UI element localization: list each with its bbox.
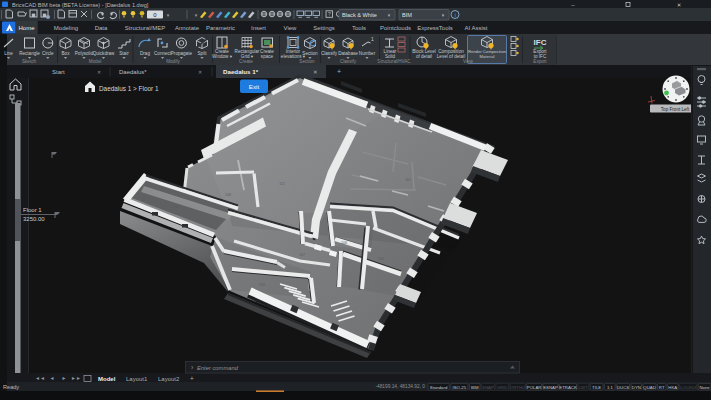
svg-text:✕: ✕ bbox=[97, 69, 101, 75]
svg-text:-48199.14, 48134.92, 0: -48199.14, 48134.92, 0 bbox=[375, 384, 425, 389]
svg-text:Tools: Tools bbox=[352, 25, 366, 31]
svg-text:ORTHO: ORTHO bbox=[510, 385, 526, 390]
svg-text:LWT: LWT bbox=[579, 385, 588, 390]
svg-text:Circle: Circle bbox=[42, 51, 54, 56]
svg-text:Line: Line bbox=[4, 51, 13, 56]
svg-text:106: 106 bbox=[341, 241, 347, 245]
svg-text:111: 111 bbox=[279, 182, 284, 186]
svg-text:?: ? bbox=[328, 11, 331, 17]
svg-text:HKA: HKA bbox=[668, 385, 677, 390]
svg-text:Export: Export bbox=[533, 59, 547, 64]
svg-text:3250.00: 3250.00 bbox=[23, 216, 45, 222]
svg-text:Data: Data bbox=[95, 25, 108, 31]
svg-text:✕: ✕ bbox=[677, 2, 682, 8]
svg-text:BIM: BIM bbox=[402, 12, 412, 18]
svg-text:View: View bbox=[284, 25, 298, 31]
svg-text:✕: ✕ bbox=[198, 69, 202, 75]
svg-text:POLAR: POLAR bbox=[527, 385, 542, 390]
svg-text:Classify: Classify bbox=[340, 59, 357, 64]
svg-text:Quickdraw: Quickdraw bbox=[93, 51, 115, 56]
svg-text:space: space bbox=[261, 54, 274, 59]
svg-text:of detail: of detail bbox=[416, 54, 432, 59]
svg-text:Parametric: Parametric bbox=[206, 25, 235, 31]
svg-text:Start: Start bbox=[52, 69, 65, 75]
svg-text:SNAP: SNAP bbox=[482, 385, 494, 390]
svg-text:Connect: Connect bbox=[154, 51, 172, 56]
svg-text:GRID: GRID bbox=[497, 385, 508, 390]
svg-text:Daedalus*: Daedalus* bbox=[119, 69, 147, 75]
svg-text:DUCS: DUCS bbox=[617, 385, 629, 390]
svg-text:Model: Model bbox=[98, 376, 116, 382]
svg-text:Window ▾: Window ▾ bbox=[212, 54, 233, 59]
svg-text:Ready: Ready bbox=[3, 384, 19, 390]
svg-text:►: ► bbox=[62, 375, 67, 381]
svg-text:Exit: Exit bbox=[249, 83, 260, 90]
svg-text:AI Assist: AI Assist bbox=[464, 25, 487, 31]
svg-text:Daedalus 1*: Daedalus 1* bbox=[223, 68, 259, 75]
svg-text:Classify: Classify bbox=[321, 51, 338, 56]
svg-text:BricsCAD BIM beta (BETA Licens: BricsCAD BIM beta (BETA License) - [Daed… bbox=[12, 2, 149, 8]
svg-text:Create: Create bbox=[239, 59, 253, 64]
svg-text:103: 103 bbox=[259, 283, 265, 287]
svg-text:Database: Database bbox=[338, 51, 358, 56]
svg-text:Top Front Left: Top Front Left bbox=[661, 107, 690, 112]
svg-text:+: + bbox=[337, 68, 341, 75]
svg-text:1:1: 1:1 bbox=[607, 385, 614, 390]
svg-text:Rectangle: Rectangle bbox=[19, 51, 40, 56]
svg-text:IFC: IFC bbox=[534, 38, 547, 47]
svg-text:Section: Section bbox=[299, 59, 315, 64]
svg-text:RT: RT bbox=[659, 385, 665, 390]
svg-text:Black & White: Black & White bbox=[342, 12, 377, 18]
svg-text:◄: ◄ bbox=[50, 375, 55, 381]
svg-text:107: 107 bbox=[299, 253, 305, 257]
svg-text:Modify: Modify bbox=[166, 59, 180, 64]
svg-text:Material: Material bbox=[480, 54, 495, 59]
svg-text:Model: Model bbox=[89, 59, 102, 64]
svg-text:ExpressTools: ExpressTools bbox=[417, 25, 453, 31]
svg-text:✕: ✕ bbox=[313, 69, 318, 75]
svg-text:Drag: Drag bbox=[140, 51, 150, 56]
svg-text:None: None bbox=[699, 385, 710, 390]
svg-text:Stair: Stair bbox=[119, 51, 129, 56]
svg-text:ESNAP: ESNAP bbox=[543, 385, 558, 390]
svg-text:BIM: BIM bbox=[471, 385, 479, 390]
svg-text:112: 112 bbox=[405, 178, 411, 182]
svg-text:Pointclouds: Pointclouds bbox=[380, 25, 411, 31]
svg-text:View: View bbox=[463, 59, 474, 64]
svg-text:Layout2: Layout2 bbox=[158, 376, 180, 382]
svg-text:ISO-25: ISO-25 bbox=[453, 385, 467, 390]
svg-text:Standard: Standard bbox=[430, 385, 448, 390]
svg-text:Box: Box bbox=[62, 51, 71, 56]
svg-text:LOCKUI: LOCKUI bbox=[680, 385, 696, 390]
svg-text:Split: Split bbox=[198, 51, 208, 56]
svg-text:Enter command: Enter command bbox=[197, 365, 239, 371]
svg-text:Modeling: Modeling bbox=[54, 25, 78, 31]
svg-text:Number: Number bbox=[359, 51, 376, 56]
svg-text:Sketch: Sketch bbox=[22, 59, 36, 64]
svg-text:ETRACK: ETRACK bbox=[559, 385, 577, 390]
svg-text:Structural/MEP: Structural/MEP bbox=[125, 25, 165, 31]
svg-text:102: 102 bbox=[378, 257, 384, 261]
svg-text:◄◄: ◄◄ bbox=[35, 375, 45, 381]
svg-text:Layout1: Layout1 bbox=[126, 376, 148, 382]
svg-text:Home: Home bbox=[18, 25, 35, 31]
svg-text:Propagate: Propagate bbox=[171, 51, 193, 56]
svg-text:108: 108 bbox=[225, 193, 231, 197]
svg-text:TILE: TILE bbox=[592, 385, 601, 390]
svg-text:QUAD: QUAD bbox=[643, 385, 655, 390]
svg-text:Polysolid: Polysolid bbox=[75, 51, 94, 56]
svg-text:Annotate: Annotate bbox=[175, 25, 200, 31]
svg-text:i: i bbox=[454, 12, 455, 18]
svg-text:Structural/HVAC: Structural/HVAC bbox=[377, 59, 411, 64]
svg-text:Insert: Insert bbox=[251, 25, 266, 31]
svg-text:1: 1 bbox=[371, 36, 374, 42]
svg-text:Floor 1: Floor 1 bbox=[23, 207, 42, 213]
svg-text:104: 104 bbox=[173, 205, 179, 209]
svg-text:+: + bbox=[190, 375, 194, 382]
svg-text:Daedalus 1 > Floor 1: Daedalus 1 > Floor 1 bbox=[99, 85, 159, 92]
svg-text:►►: ►► bbox=[71, 375, 81, 381]
svg-text:DYN: DYN bbox=[632, 385, 641, 390]
svg-text:Section: Section bbox=[302, 51, 318, 56]
svg-text:Settings: Settings bbox=[313, 25, 335, 31]
svg-text:Level of detail: Level of detail bbox=[437, 54, 465, 59]
